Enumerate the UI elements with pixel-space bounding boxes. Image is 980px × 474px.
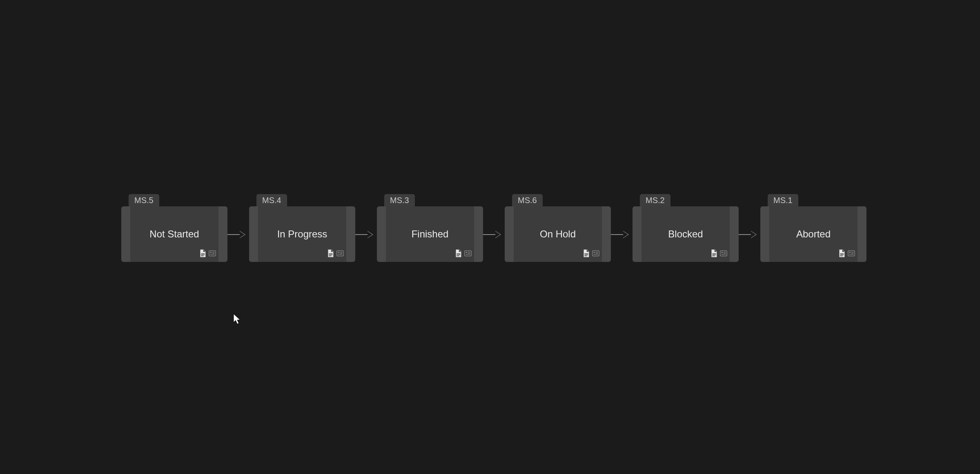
transition-arrow[interactable] [483, 234, 499, 235]
svg-rect-10 [329, 256, 331, 256]
svg-rect-16 [457, 253, 460, 254]
card-icon[interactable] [847, 249, 856, 259]
svg-rect-17 [457, 255, 460, 255]
mouse-cursor-icon [233, 313, 241, 325]
document-icon[interactable] [837, 249, 846, 259]
node-icons [454, 249, 472, 259]
card-icon[interactable] [208, 249, 217, 259]
svg-rect-15 [338, 254, 343, 255]
transition-arrow[interactable] [739, 234, 755, 235]
transition-arrow[interactable] [355, 234, 372, 235]
document-icon[interactable] [454, 249, 463, 259]
svg-rect-47 [849, 254, 854, 255]
node-tag: MS.5 [129, 194, 159, 206]
svg-rect-31 [594, 254, 598, 255]
svg-rect-30 [596, 253, 598, 253]
node-tag: MS.4 [256, 194, 287, 206]
svg-rect-25 [584, 255, 588, 255]
state-node[interactable]: MS.3 Finished [377, 206, 483, 262]
node-tag: MS.6 [512, 194, 543, 206]
svg-rect-45 [851, 252, 854, 252]
svg-rect-26 [584, 256, 587, 256]
node-icons [198, 249, 217, 259]
svg-rect-34 [712, 256, 715, 256]
node-handle-left[interactable] [121, 206, 130, 262]
svg-rect-5 [212, 252, 215, 252]
node-label: In Progress [277, 228, 327, 240]
svg-rect-46 [851, 253, 854, 253]
node-handle-left[interactable] [505, 206, 514, 262]
node-handle-right[interactable] [730, 206, 739, 262]
node-icons [581, 249, 600, 259]
document-icon[interactable] [198, 249, 207, 259]
svg-rect-22 [468, 253, 470, 253]
svg-rect-33 [712, 255, 716, 255]
node-label: Blocked [668, 228, 703, 240]
node-label: On Hold [540, 228, 576, 240]
state-node[interactable]: MS.1 Aborted [760, 206, 866, 262]
svg-rect-37 [724, 252, 726, 252]
node-handle-right[interactable] [602, 206, 611, 262]
state-node[interactable]: MS.4 In Progress [249, 206, 355, 262]
svg-rect-9 [329, 255, 332, 255]
node-body[interactable]: Finished [377, 206, 483, 262]
svg-rect-4 [210, 252, 212, 253]
svg-rect-36 [722, 252, 723, 253]
svg-rect-39 [722, 254, 726, 255]
svg-rect-38 [724, 253, 726, 253]
node-body[interactable]: On Hold [505, 206, 611, 262]
diagram-canvas[interactable]: MS.5 Not Started MS.4 In Progress [0, 0, 980, 474]
transition-arrow[interactable] [611, 234, 627, 235]
node-handle-left[interactable] [760, 206, 769, 262]
node-body[interactable]: In Progress [249, 206, 355, 262]
node-handle-right[interactable] [474, 206, 483, 262]
node-icons [837, 249, 856, 259]
node-icons [709, 249, 728, 259]
svg-rect-6 [212, 253, 215, 253]
svg-rect-18 [457, 256, 459, 256]
document-icon[interactable] [709, 249, 718, 259]
svg-rect-8 [329, 253, 332, 254]
node-label: Aborted [796, 228, 831, 240]
svg-rect-40 [840, 253, 844, 254]
svg-rect-41 [840, 255, 844, 255]
svg-rect-23 [466, 254, 470, 255]
node-icons [326, 249, 345, 259]
node-body[interactable]: Blocked [633, 206, 739, 262]
node-handle-right[interactable] [346, 206, 355, 262]
node-handle-left[interactable] [633, 206, 641, 262]
node-handle-left[interactable] [249, 206, 258, 262]
transition-arrow[interactable] [227, 234, 244, 235]
svg-rect-29 [596, 252, 598, 252]
svg-rect-7 [210, 254, 215, 255]
node-handle-right[interactable] [858, 206, 866, 262]
state-node[interactable]: MS.5 Not Started [121, 206, 227, 262]
node-body[interactable]: Not Started [121, 206, 227, 262]
svg-rect-32 [712, 253, 716, 254]
svg-rect-21 [468, 252, 470, 252]
svg-rect-13 [340, 252, 343, 252]
svg-rect-2 [201, 256, 203, 256]
card-icon[interactable] [719, 249, 728, 259]
state-node[interactable]: MS.6 On Hold [505, 206, 611, 262]
document-icon[interactable] [326, 249, 335, 259]
node-handle-left[interactable] [377, 206, 386, 262]
svg-rect-28 [594, 252, 595, 253]
svg-rect-1 [201, 255, 205, 255]
node-tag: MS.3 [384, 194, 415, 206]
svg-rect-0 [201, 253, 205, 254]
state-node[interactable]: MS.2 Blocked [633, 206, 739, 262]
node-handle-right[interactable] [218, 206, 227, 262]
document-icon[interactable] [581, 249, 590, 259]
svg-rect-44 [849, 252, 851, 253]
node-label: Finished [412, 228, 449, 240]
card-icon[interactable] [591, 249, 600, 259]
node-label: Not Started [149, 228, 199, 240]
svg-rect-42 [840, 256, 842, 256]
node-body[interactable]: Aborted [760, 206, 866, 262]
node-tag: MS.2 [640, 194, 670, 206]
node-tag: MS.1 [768, 194, 798, 206]
card-icon[interactable] [336, 249, 345, 259]
svg-rect-20 [466, 252, 468, 253]
card-icon[interactable] [463, 249, 472, 259]
